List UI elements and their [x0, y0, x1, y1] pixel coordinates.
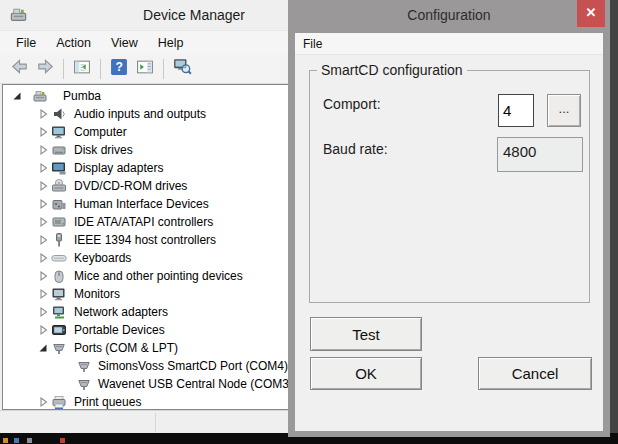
scan-icon: [173, 57, 192, 80]
tree-item-label: Display adapters: [74, 159, 163, 177]
statusbar-divider: [155, 413, 156, 432]
expanded-arrow-icon[interactable]: [10, 89, 24, 103]
baud-rate-field: 4800: [497, 137, 583, 172]
configuration-dialog-body: File SmartCD configuration Comport: ... …: [295, 33, 603, 431]
collapsed-arrow-icon[interactable]: [36, 269, 50, 283]
taskbar-fragment: [60, 438, 65, 443]
collapsed-arrow-icon[interactable]: [36, 197, 50, 211]
svg-text:?: ?: [115, 60, 122, 74]
toolbar-separator: [63, 59, 64, 79]
scan-hardware-changes-button[interactable]: [170, 57, 194, 81]
taskbar-fragment: [3, 438, 8, 443]
collapsed-arrow-icon[interactable]: [36, 179, 50, 193]
show-console-tree-button[interactable]: [70, 57, 94, 81]
tree-item-label: DVD/CD-ROM drives: [74, 177, 187, 195]
help-icon: ?: [110, 58, 128, 80]
tree-item-label: Ports (COM & LPT): [74, 339, 178, 357]
collapsed-arrow-icon[interactable]: [36, 251, 50, 265]
menu-file[interactable]: File: [6, 33, 46, 53]
taskbar-fragment: [14, 438, 19, 443]
comport-browse-button[interactable]: ...: [547, 94, 581, 127]
action-pane-icon: [136, 58, 154, 80]
collapsed-arrow-icon[interactable]: [36, 107, 50, 121]
firewire-icon: [51, 232, 67, 248]
menu-help[interactable]: Help: [148, 33, 194, 53]
pc-icon: [32, 88, 48, 104]
baud-rate-label: Baud rate:: [323, 141, 388, 157]
tree-item-label: IDE ATA/ATAPI controllers: [74, 213, 213, 231]
cancel-button[interactable]: Cancel: [478, 357, 592, 390]
show-action-pane-button[interactable]: [133, 57, 157, 81]
keyboard-icon: [51, 250, 67, 266]
collapsed-arrow-icon[interactable]: [36, 395, 50, 409]
help-button[interactable]: ?: [107, 57, 131, 81]
portable-icon: [51, 322, 67, 338]
tree-item-label: Wavenet USB Central Node (COM3): [98, 375, 293, 393]
mouse-icon: [51, 268, 67, 284]
collapsed-arrow-icon[interactable]: [36, 305, 50, 319]
ok-button[interactable]: OK: [310, 357, 422, 390]
collapsed-arrow-icon[interactable]: [36, 125, 50, 139]
tree-item-label: SimonsVoss SmartCD Port (COM4): [98, 357, 288, 375]
tree-item-label: Disk drives: [74, 141, 133, 159]
forward-icon: [36, 57, 55, 80]
ide-icon: [51, 214, 67, 230]
tree-item-label: Portable Devices: [74, 321, 165, 339]
close-button[interactable]: ✕: [577, 0, 605, 27]
group-label: SmartCD configuration: [317, 62, 467, 78]
ports-icon: [76, 358, 92, 374]
tree-item-label: Pumba: [63, 87, 101, 105]
tree-item-label: Keyboards: [74, 249, 131, 267]
monitor-icon: [51, 286, 67, 302]
tree-item-label: Human Interface Devices: [74, 195, 209, 213]
screen: Device Manager FileActionViewHelp ? Pumb…: [0, 0, 618, 444]
display-icon: [51, 160, 67, 176]
hid-icon: [51, 196, 67, 212]
tree-item-label: IEEE 1394 host controllers: [74, 231, 216, 249]
menu-file[interactable]: File: [295, 35, 330, 53]
ports-icon: [51, 340, 67, 356]
network-icon: [51, 304, 67, 320]
smartcd-configuration-group: SmartCD configuration Comport: ... Baud …: [309, 70, 590, 303]
tree-item-label: Computer: [74, 123, 127, 141]
configuration-dialog-title: Configuration: [288, 0, 610, 30]
collapsed-arrow-icon[interactable]: [36, 143, 50, 157]
forward-button[interactable]: [33, 57, 57, 81]
configuration-menubar: File: [295, 33, 603, 55]
computer-icon: [51, 124, 67, 140]
tree-item-label: Print queues: [74, 393, 141, 410]
ports-icon: [76, 376, 92, 392]
toolbar-separator: [163, 59, 164, 79]
taskbar-fragment: [27, 438, 32, 443]
configuration-dialog: Configuration ✕ File SmartCD configurati…: [288, 0, 610, 437]
tree-item-label: Mice and other pointing devices: [74, 267, 243, 285]
tree-item-label: Monitors: [74, 285, 120, 303]
collapsed-arrow-icon[interactable]: [36, 161, 50, 175]
printer-icon: [51, 394, 67, 410]
menu-view[interactable]: View: [101, 33, 148, 53]
back-button[interactable]: [7, 57, 31, 81]
comport-label: Comport:: [323, 96, 381, 112]
audio-icon: [51, 106, 67, 122]
comport-input[interactable]: [498, 94, 534, 127]
cdrom-icon: [51, 178, 67, 194]
console-tree-icon: [73, 58, 91, 80]
tree-item-label: Network adapters: [74, 303, 168, 321]
collapsed-arrow-icon[interactable]: [36, 233, 50, 247]
toolbar-separator: [100, 59, 101, 79]
test-button[interactable]: Test: [310, 317, 422, 351]
tree-item-label: Audio inputs and outputs: [74, 105, 206, 123]
back-icon: [10, 57, 29, 80]
close-icon: ✕: [586, 5, 597, 20]
collapsed-arrow-icon[interactable]: [36, 215, 50, 229]
disk-icon: [51, 142, 67, 158]
collapsed-arrow-icon[interactable]: [36, 287, 50, 301]
expanded-arrow-icon[interactable]: [36, 341, 50, 355]
collapsed-arrow-icon[interactable]: [36, 323, 50, 337]
menu-action[interactable]: Action: [46, 33, 101, 53]
